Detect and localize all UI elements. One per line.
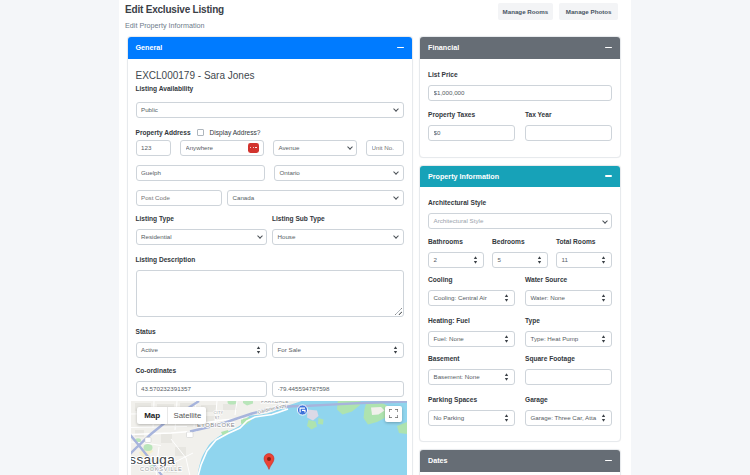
map-gardiner-shield-icon	[297, 404, 307, 414]
parking-spaces-value: No Parking	[434, 411, 502, 425]
dates-collapse-button[interactable]	[600, 455, 612, 467]
property-information-card-title: Property Information	[428, 172, 499, 181]
cooling-group: Cooling Cooling: Central Air	[428, 275, 515, 306]
square-footage-input[interactable]	[525, 369, 612, 385]
heating-fuel-label: Heating: Fuel	[428, 316, 515, 325]
dates-card-header[interactable]: Dates	[420, 450, 620, 472]
unit-no-input[interactable]	[366, 140, 404, 156]
garage-select[interactable]: Garage: Three Car, Atta	[525, 410, 612, 426]
sale-status-select[interactable]: For Sale	[272, 342, 404, 358]
status-select[interactable]: Active	[136, 342, 268, 358]
city-input[interactable]	[136, 165, 266, 181]
property-address-label-row: Property Address Display Address?	[136, 128, 404, 137]
property-information-card-header[interactable]: Property Information	[420, 166, 620, 188]
bathrooms-value: 2	[434, 253, 471, 267]
status-value: Active	[141, 343, 253, 357]
address-row-3: Canada	[136, 190, 404, 206]
tax-year-group: Tax Year	[525, 110, 612, 141]
bedrooms-value: 5	[498, 253, 535, 267]
address-row-2: Ontario	[136, 165, 404, 181]
architectural-style-select[interactable]: Architectural Style	[428, 213, 612, 229]
property-taxes-group: Property Taxes	[428, 110, 515, 141]
list-price-label: List Price	[428, 70, 612, 79]
financial-card-title: Financial	[428, 43, 459, 52]
property-information-collapse-button[interactable]	[600, 170, 612, 182]
map-label-mississauga: Mississauga	[131, 451, 175, 466]
general-card: General EXCL000179 - Sara Jones Listing …	[127, 36, 413, 475]
street-number-input[interactable]	[136, 140, 172, 156]
listing-availability-group: Listing Availability Public	[136, 84, 404, 118]
longitude-input[interactable]	[272, 381, 404, 397]
total-rooms-select[interactable]: 11	[556, 252, 612, 268]
basement-row: Basement Basement: None Square Footage	[428, 354, 612, 385]
display-address-label[interactable]: Display Address?	[210, 128, 261, 137]
water-source-label: Water Source	[525, 275, 612, 284]
general-card-body: EXCL000179 - Sara Jones Listing Availabi…	[128, 59, 412, 475]
bedrooms-label: Bedrooms	[492, 237, 548, 246]
sale-status-value: For Sale	[278, 343, 390, 357]
province-select[interactable]: Ontario	[274, 165, 404, 181]
google-map[interactable]: Gardiner Expy PARKDALE ETOBICOKE CITY ST…	[131, 401, 407, 475]
content-page: Edit Exclusive Listing Edit Property Inf…	[119, 0, 631, 475]
garage-group: Garage Garage: Three Car, Atta	[525, 395, 612, 426]
country-value: Canada	[233, 191, 390, 205]
cooling-select[interactable]: Cooling: Central Air	[428, 290, 515, 306]
country-select[interactable]: Canada	[227, 190, 404, 206]
minus-icon	[605, 460, 612, 462]
parking-spaces-select[interactable]: No Parking	[428, 410, 515, 426]
water-source-value: Water: None	[531, 291, 599, 305]
general-collapse-button[interactable]	[392, 42, 404, 54]
manage-photos-button[interactable]: Manage Photos	[559, 3, 618, 20]
lastpass-autofill-icon[interactable]	[248, 143, 258, 153]
street-type-select[interactable]: Avenue	[273, 140, 357, 156]
cooling-label: Cooling	[428, 275, 515, 284]
listing-sub-type-value: House	[278, 230, 390, 244]
basement-select[interactable]: Basement: None	[428, 369, 515, 385]
map-type-satellite-button[interactable]: Satellite	[168, 407, 206, 424]
listing-type-select[interactable]: Residential	[136, 229, 268, 245]
header-actions: Manage Rooms Manage Photos	[498, 3, 618, 20]
heating-fuel-group: Heating: Fuel Fuel: None	[428, 316, 515, 347]
minus-icon	[397, 47, 404, 49]
parking-spaces-label: Parking Spaces	[428, 395, 515, 404]
dates-card-title: Dates	[428, 456, 448, 465]
property-taxes-input[interactable]	[428, 125, 515, 141]
manage-rooms-button[interactable]: Manage Rooms	[498, 3, 554, 20]
dates-card: Dates	[419, 449, 621, 475]
water-source-select[interactable]: Water: None	[525, 290, 612, 306]
general-card-header[interactable]: General	[128, 37, 412, 59]
financial-card-header[interactable]: Financial	[420, 37, 620, 59]
general-card-title: General	[136, 43, 163, 52]
bedrooms-select[interactable]: 5	[492, 252, 548, 268]
bathrooms-select[interactable]: 2	[428, 252, 484, 268]
status-label: Status	[136, 327, 404, 336]
map-fullscreen-button[interactable]	[385, 406, 402, 423]
province-value: Ontario	[280, 166, 390, 180]
heating-type-label: Type	[525, 316, 612, 325]
content-columns: General EXCL000179 - Sara Jones Listing …	[127, 36, 622, 475]
listing-sub-type-select[interactable]: House	[272, 229, 404, 245]
post-code-input[interactable]	[136, 190, 223, 206]
unit-no-control	[366, 140, 404, 156]
map-label-parkdale: PARKDALE	[261, 401, 289, 404]
listing-type-row: Listing Type Residential Listing Sub Typ…	[136, 214, 404, 245]
country-control: Canada	[227, 190, 404, 206]
heating-fuel-select[interactable]: Fuel: None	[428, 331, 515, 347]
latitude-input[interactable]	[136, 381, 268, 397]
street-type-control: Avenue	[273, 140, 357, 156]
map-label-cooksville: COOKSVILLE	[140, 466, 182, 472]
display-address-checkbox[interactable]	[197, 129, 204, 136]
status-group: Status Active For Sale	[136, 327, 404, 358]
square-footage-group: Square Footage	[525, 354, 612, 385]
map-type-map-button[interactable]: Map	[137, 407, 167, 424]
tax-year-input[interactable]	[525, 125, 612, 141]
list-price-input[interactable]	[428, 85, 612, 101]
financial-collapse-button[interactable]	[600, 42, 612, 54]
listing-description-textarea[interactable]	[136, 270, 404, 317]
heating-type-select[interactable]: Type: Heat Pump	[525, 331, 612, 347]
property-information-card-body: Architectural Style Architectural Style …	[420, 187, 620, 441]
status-row: Active For Sale	[136, 342, 404, 358]
financial-card-body: List Price Property Taxes Tax Year	[420, 59, 620, 157]
basement-label: Basement	[428, 354, 515, 363]
listing-availability-select[interactable]: Public	[136, 102, 404, 118]
